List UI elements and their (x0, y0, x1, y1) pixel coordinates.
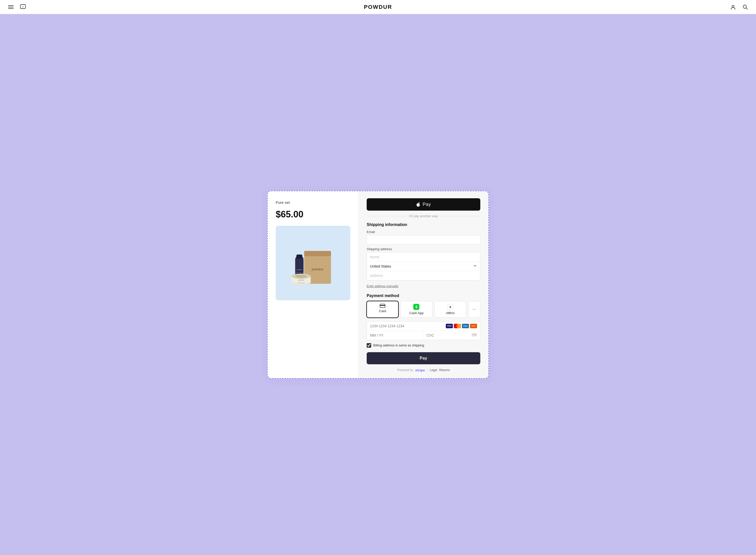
svg-point-25 (475, 334, 476, 336)
svg-point-17 (295, 275, 307, 278)
checkout-card: Pure set $65.00 powdur powdur Glow Serum (267, 191, 489, 379)
email-group: Email (367, 230, 480, 245)
card-option-label: Card (379, 309, 386, 313)
search-button[interactable] (741, 3, 749, 11)
email-input[interactable] (367, 235, 480, 245)
card-number-row: VISA AMEX DISC (367, 321, 480, 331)
stripe-logo: stripe (415, 368, 425, 372)
visa-logo: VISA (446, 324, 453, 328)
svg-rect-26 (472, 334, 475, 335)
email-label: Email (367, 230, 480, 234)
svg-rect-11 (296, 254, 302, 259)
hamburger-button[interactable] (7, 3, 15, 11)
apple-pay-button[interactable]: Pay (367, 198, 480, 211)
billing-checkbox[interactable] (367, 343, 371, 348)
card-logos: VISA AMEX DISC (446, 324, 477, 328)
card-cvc-row (424, 331, 480, 340)
billing-label[interactable]: Billing address is same as shipping (373, 343, 424, 347)
navbar-right (729, 3, 749, 11)
divider-text: Or pay another way (367, 214, 480, 218)
svg-text:powdur: powdur (298, 280, 304, 282)
product-illustration: powdur powdur Glow Serum powdur Pure glo… (283, 233, 343, 293)
payment-option-more[interactable]: ··· (468, 301, 480, 318)
main-content: Pure set $65.00 powdur powdur Glow Serum (0, 14, 756, 555)
svg-text:Glow Serum: Glow Serum (295, 272, 303, 273)
cvc-info-icon (471, 333, 477, 338)
payment-section-title: Payment method (367, 294, 480, 298)
card-number-input[interactable] (370, 322, 446, 331)
cashapp-icon: $ (413, 304, 419, 310)
cart-icon: 0 (20, 4, 26, 10)
user-button[interactable] (729, 3, 737, 11)
footer-links: Powered by stripe | Legal Returns (367, 368, 480, 372)
cart-button[interactable]: 0 (19, 3, 27, 11)
navbar: 0 POWDUR (0, 0, 756, 14)
address-fields: United States Canada United Kingdom Aust… (367, 252, 480, 281)
payment-section: Payment method Card $ (367, 294, 480, 372)
shipping-section-title: Shipping information (367, 222, 480, 227)
svg-rect-8 (304, 251, 331, 256)
payment-option-card[interactable]: Card (367, 301, 398, 318)
payment-option-affirm[interactable]: a Affirm (434, 301, 466, 318)
svg-rect-21 (380, 305, 385, 306)
card-bottom-row (367, 331, 480, 340)
cashapp-option-label: Cash App (409, 311, 423, 315)
more-options-icon: ··· (472, 307, 476, 312)
card-cvc-input[interactable] (427, 331, 471, 340)
payment-options: Card $ Cash App a Affirm (367, 301, 480, 318)
billing-checkbox-row: Billing address is same as shipping (367, 343, 480, 348)
svg-text:powdur: powdur (296, 269, 302, 271)
legal-link[interactable]: Legal (430, 368, 437, 372)
enter-manually-link[interactable]: Enter address manually (367, 285, 480, 288)
product-name: Pure set (276, 200, 350, 205)
svg-text:powdur: powdur (311, 267, 323, 271)
right-panel: Pay Or pay another way Shipping informat… (358, 191, 489, 378)
product-price: $65.00 (276, 209, 350, 220)
address-input[interactable] (367, 271, 480, 280)
brand-logo: POWDUR (364, 4, 392, 10)
pay-button[interactable]: Pay (367, 352, 480, 364)
footer-divider: | (427, 368, 428, 372)
card-icon (380, 304, 385, 308)
search-icon (743, 4, 748, 10)
mastercard-logo (454, 324, 461, 328)
card-info-section: VISA AMEX DISC (367, 321, 480, 340)
product-image: powdur powdur Glow Serum powdur Pure glo… (276, 226, 350, 300)
shipping-address-label: Shipping address (367, 247, 480, 251)
card-expiry-input[interactable] (367, 331, 424, 340)
svg-rect-0 (8, 5, 13, 6)
user-icon (730, 4, 736, 10)
name-input[interactable] (367, 252, 480, 262)
left-panel: Pure set $65.00 powdur powdur Glow Serum (267, 191, 358, 378)
affirm-option-label: Affirm (446, 311, 455, 315)
svg-point-5 (732, 5, 734, 7)
shipping-address-group: Shipping address United States Canada Un… (367, 247, 480, 281)
country-select[interactable]: United States Canada United Kingdom Aust… (370, 262, 473, 271)
svg-rect-2 (8, 8, 13, 9)
apple-icon (416, 202, 421, 207)
svg-text:Pure glow: Pure glow (298, 282, 305, 284)
chevron-down-icon (473, 264, 477, 269)
svg-text:0: 0 (23, 6, 24, 8)
discover-logo: DISC (470, 324, 477, 328)
hamburger-icon (8, 4, 13, 10)
payment-option-cashapp[interactable]: $ Cash App (401, 301, 432, 318)
country-select-row: United States Canada United Kingdom Aust… (367, 262, 480, 271)
affirm-icon: a (447, 304, 453, 310)
returns-link[interactable]: Returns (439, 368, 450, 372)
powered-by-text: Powered by (397, 368, 413, 372)
navbar-left: 0 (7, 3, 27, 11)
amex-logo: AMEX (462, 324, 469, 328)
svg-rect-1 (8, 7, 13, 7)
